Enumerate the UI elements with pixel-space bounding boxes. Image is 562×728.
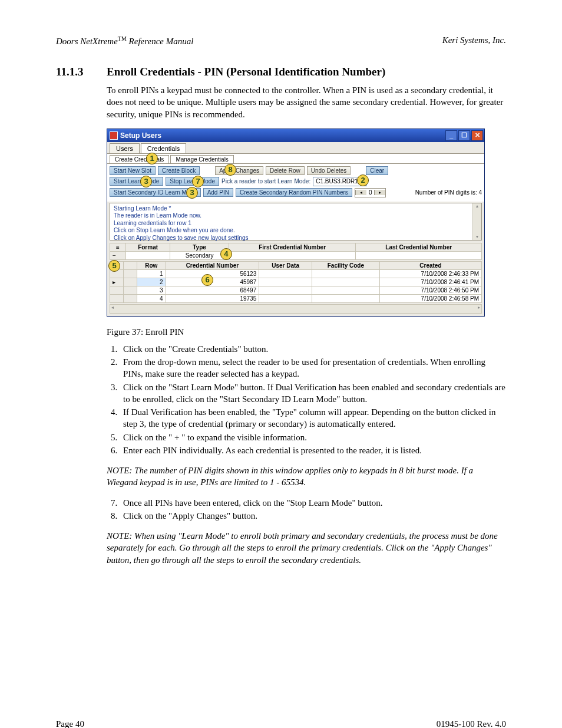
maximize-button[interactable]: ☐ [458,130,470,141]
table-row[interactable]: ▸2459877/10/2008 2:46:41 PM [110,278,482,286]
note-2: NOTE: When using "Learn Mode" to enroll … [107,530,506,566]
msg-line-1: Starting Learn Mode * [114,205,478,213]
pin-count-spinner[interactable]: ◂0▸ [355,188,386,197]
col-last: Last Credential Number [356,243,482,251]
table-row[interactable]: 3684977/10/2008 2:46:50 PM [110,286,482,294]
undo-deletes-button[interactable]: Undo Deletes [307,166,351,175]
page-footer: Page 40 01945-100 Rev. 4.0 [56,719,506,728]
col-type: Type [170,243,229,251]
col-user: User Data [259,261,312,269]
company-name: Keri Systems, Inc. [442,35,506,47]
message-scrollbar[interactable] [472,203,481,240]
intro-paragraph: To enroll PINs a keypad must be connecte… [107,84,506,120]
step-item: Click on the "Start Learn Mode" button. … [120,381,506,406]
window-title: Setup Users [120,131,161,140]
delete-row-button[interactable]: Delete Row [266,166,305,175]
col-format: Format [126,243,170,251]
page-number: Page 40 [56,719,84,728]
col-first: First Credential Number [229,243,356,251]
main-tabs: Users Credentials [107,142,484,153]
expand-header: ≡ [110,243,126,251]
add-pin-button[interactable]: Add PIN [203,188,233,197]
callout-7: 7 [192,176,204,187]
figure-caption: Figure 37: Enroll PIN [107,327,506,337]
msg-line-2: The reader is in Learn Mode now. [114,212,478,220]
apply-changes-button[interactable]: Apply Changes [215,166,263,175]
subtab-manage[interactable]: Manage Credentials [170,155,234,163]
callout-6: 6 [201,274,213,286]
step-item: Click on the "Create Credentials" button… [120,343,506,355]
format-cell [126,251,170,259]
doc-type: Reference Manual [127,37,194,46]
titlebar: Setup Users _ ☐ ✕ [107,129,484,142]
step-item: Click on the " + " to expand the visible… [120,431,506,443]
last-cred-cell [356,251,482,259]
data-grid: Row Credential Number User Data Facility… [110,261,482,303]
callout-2: 2 [357,174,369,186]
figure-screenshot: Setup Users _ ☐ ✕ Users Credentials Crea… [107,129,506,317]
start-new-slot-button[interactable]: Start New Slot [110,166,156,175]
col-created: Created [379,261,481,269]
step-item: From the drop-down menu, select the read… [120,356,506,380]
steps-list-b: Once all PINs have been entered, click o… [107,497,506,522]
table-row[interactable]: 4197357/10/2008 2:46:58 PM [110,294,482,302]
table-row[interactable]: 1561237/10/2008 2:46:33 PM [110,269,482,278]
steps-list-a: Click on the "Create Credentials" button… [107,343,506,456]
step-item: Once all PINs have been entered, click o… [120,497,506,509]
create-sec-random-button[interactable]: Create Secondary Random PIN Numbers [236,188,352,197]
col-cred: Credential Number [166,261,259,269]
create-block-button[interactable]: Create Block [158,166,200,175]
step-item: If Dual Verification has been enabled, t… [120,406,506,430]
tab-credentials[interactable]: Credentials [141,143,187,153]
msg-line-3: Learning credentials for row 1 [114,220,478,228]
expand-toggle[interactable]: − [110,251,126,259]
callout-1: 1 [146,153,158,164]
section-number: 11.1.3 [56,65,107,78]
callout-3b: 3 [186,187,198,199]
app-icon [110,131,118,140]
toolbar-area: Start New Slot Create Block Apply Change… [107,163,484,202]
section-heading: 11.1.3Enroll Credentials - PIN (Personal… [56,65,506,78]
step-item: Enter each PIN individually. As each cre… [120,444,506,456]
callout-4: 4 [220,248,232,260]
trademark: TM [118,35,127,42]
summary-grid: ≡ Format Type First Credential Number La… [110,243,482,260]
pin-digits-label: Number of PIN digits is: 4 [415,189,482,196]
first-cred-cell [229,251,356,259]
pick-reader-label: Pick a reader to start Learn Mode: [222,178,310,185]
sub-tabs: Create Credentials Manage Credentials 1 [107,153,484,163]
minimize-button[interactable]: _ [445,130,457,141]
product-name: Doors NetXtreme [56,37,118,46]
subtab-create[interactable]: Create Credentials [110,155,169,163]
callout-8: 8 [224,164,236,176]
revision: 01945-100 Rev. 4.0 [437,719,506,728]
note-1: NOTE: The number of PIN digits shown in … [107,465,506,489]
start-learn-button[interactable]: Start Learn Mode [110,177,163,186]
close-button[interactable]: ✕ [471,130,483,141]
tab-users[interactable]: Users [110,143,140,153]
msg-line-4: Click on Stop Learn Mode when you are do… [114,227,478,235]
type-cell: Secondary 4 [170,251,229,259]
clear-button[interactable]: Clear [366,166,388,175]
step-item: Click on the "Apply Changes" button. [120,510,506,522]
setup-users-window: Setup Users _ ☐ ✕ Users Credentials Crea… [107,129,485,317]
col-row: Row [137,261,166,269]
page-header: Doors NetXtremeTM Reference Manual Keri … [56,35,506,47]
callout-3a: 3 [140,176,152,187]
col-fac: Facility Code [312,261,379,269]
section-title: Enroll Credentials - PIN (Personal Ident… [107,65,385,78]
message-log: Starting Learn Mode * The reader is in L… [110,203,482,241]
horizontal-scrollbar[interactable] [110,304,482,314]
msg-line-5: Click on Apply Changes to save new layou… [114,235,478,242]
callout-5: 5 [108,260,120,272]
